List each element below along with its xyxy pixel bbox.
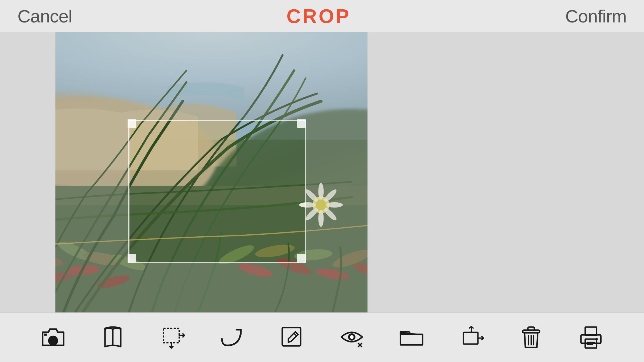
confirm-button[interactable]: Confirm <box>565 6 626 27</box>
svg-rect-70 <box>585 327 597 335</box>
svg-rect-42 <box>297 254 306 263</box>
crop-select-icon[interactable] <box>155 320 190 355</box>
svg-rect-46 <box>163 328 179 343</box>
redo-icon[interactable] <box>215 320 250 355</box>
folder-icon[interactable] <box>394 320 429 355</box>
svg-line-54 <box>294 333 296 336</box>
crop-title: CROP <box>286 5 351 27</box>
print-icon[interactable] <box>573 320 608 355</box>
svg-rect-40 <box>297 119 306 128</box>
svg-rect-53 <box>282 327 300 346</box>
image-area <box>0 32 644 312</box>
camera-icon[interactable] <box>36 320 71 355</box>
book-icon[interactable] <box>95 320 130 355</box>
svg-rect-59 <box>463 332 478 344</box>
svg-rect-45 <box>44 333 47 335</box>
trash-icon[interactable] <box>514 320 549 355</box>
toolbar <box>0 312 644 362</box>
svg-rect-41 <box>128 254 136 263</box>
photo[interactable] <box>55 32 368 312</box>
svg-point-56 <box>350 335 354 339</box>
svg-rect-38 <box>129 120 306 263</box>
move-icon[interactable] <box>454 320 489 355</box>
svg-rect-39 <box>128 119 136 128</box>
edit-icon[interactable] <box>275 320 310 355</box>
target-eye-icon[interactable] <box>334 320 369 355</box>
svg-point-44 <box>51 338 55 342</box>
svg-point-73 <box>596 338 598 340</box>
cancel-button[interactable]: Cancel <box>18 6 72 27</box>
header-bar: Cancel CROP Confirm <box>0 0 644 32</box>
